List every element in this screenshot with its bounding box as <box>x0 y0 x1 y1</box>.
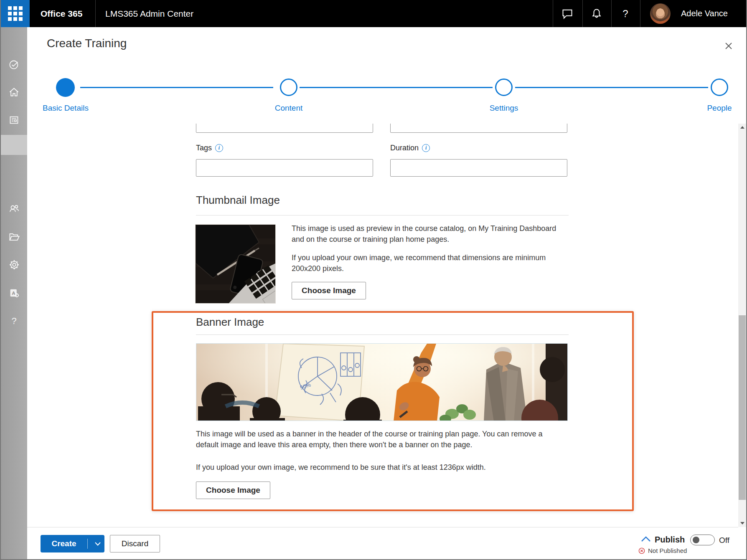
step-label-people[interactable]: People <box>682 104 747 113</box>
notifications-button[interactable] <box>583 0 610 27</box>
arrow-up-icon <box>740 126 744 129</box>
section-divider <box>196 334 569 335</box>
circle-x-icon <box>638 547 645 554</box>
tags-label: Tags <box>196 144 212 152</box>
chevron-down-icon <box>95 542 101 546</box>
thumbnail-image-preview <box>195 224 276 304</box>
news-document-icon <box>8 114 20 126</box>
banner-description-1: This image will be used as a banner in t… <box>196 428 565 450</box>
discard-button[interactable]: Discard <box>110 535 160 552</box>
duration-label: Duration <box>390 144 419 152</box>
scrollbar-thumb[interactable] <box>739 315 746 500</box>
publish-expand-button[interactable] <box>641 536 651 544</box>
step-circle-basic-details[interactable] <box>56 78 75 97</box>
stepper-connector <box>515 87 708 88</box>
thumbnail-description-1: This image is used as preview in the cou… <box>292 223 569 245</box>
office-365-label[interactable]: Office 365 <box>41 0 82 27</box>
banner-meeting-photo: 50% <box>196 344 568 421</box>
arrow-down-icon <box>740 522 744 525</box>
lms365-admin-window: { "topbar": { "office_label": "Office 36… <box>0 0 747 560</box>
page-title: Create Training <box>47 37 127 50</box>
stepper-connector <box>80 87 273 88</box>
step-label-basic-details[interactable]: Basic Details <box>28 104 103 113</box>
sidebar-nav: A ? <box>1 27 27 559</box>
gear-icon <box>8 259 20 271</box>
admin-a-gear-icon: A <box>8 287 20 299</box>
bell-icon <box>591 8 602 20</box>
publish-status: Not Published <box>638 547 687 554</box>
step-circle-content[interactable] <box>280 79 297 96</box>
split-button-divider <box>87 539 88 549</box>
tags-input[interactable] <box>196 159 373 177</box>
question-mark-icon: ? <box>11 316 16 327</box>
section-divider <box>196 215 569 215</box>
create-menu-button[interactable] <box>91 535 104 552</box>
help-button[interactable]: ? <box>612 0 639 27</box>
top-bar: Office 365 LMS365 Admin Center ? Adele V… <box>0 0 747 27</box>
sidebar-item-settings[interactable] <box>1 255 27 275</box>
sidebar-item-people[interactable] <box>1 198 27 218</box>
svg-text:A: A <box>12 290 15 296</box>
chevron-up-icon <box>641 536 651 542</box>
step-circle-settings[interactable] <box>495 79 513 96</box>
create-button-label: Create <box>41 535 87 552</box>
form-scroll-region: Tags i Duration i Thumbnail Image <box>27 124 738 527</box>
sidebar-item-home[interactable] <box>1 82 27 102</box>
info-icon[interactable]: i <box>422 144 430 152</box>
step-circle-people[interactable] <box>711 79 728 96</box>
user-avatar[interactable] <box>650 3 671 24</box>
publish-toggle-state: Off <box>719 536 729 545</box>
check-circle-icon <box>8 59 20 70</box>
duration-input[interactable] <box>390 159 567 177</box>
chat-icon <box>562 8 573 20</box>
thumbnail-desk-photo <box>196 225 276 304</box>
step-label-settings[interactable]: Settings <box>466 104 541 113</box>
topbar-divider <box>553 0 553 27</box>
topbar-divider <box>611 0 612 27</box>
sidebar-item-course-catalog[interactable] <box>1 110 27 130</box>
banner-section-heading: Banner Image <box>196 316 264 329</box>
sidebar-item-files[interactable] <box>1 227 27 247</box>
clipped-field-left[interactable] <box>196 124 373 133</box>
thumbnail-section-heading: Thumbnail Image <box>196 194 280 207</box>
info-icon[interactable]: i <box>215 144 223 152</box>
scroll-down-button[interactable] <box>738 519 746 527</box>
banner-description-2: If you upload your own image, we recomme… <box>196 462 565 473</box>
close-icon <box>724 41 734 51</box>
waffle-icon <box>8 6 23 21</box>
toggle-knob <box>693 537 699 543</box>
sidebar-item-help[interactable]: ? <box>1 311 27 331</box>
publish-toggle[interactable] <box>690 535 715 545</box>
clipped-field-right[interactable] <box>390 124 567 133</box>
admin-center-title: LMS365 Admin Center <box>105 0 193 27</box>
window-border <box>0 0 1 560</box>
feedback-button[interactable] <box>554 0 581 27</box>
folder-open-icon <box>8 231 20 243</box>
vertical-scrollbar[interactable] <box>738 124 746 527</box>
publish-label[interactable]: Publish <box>655 535 685 545</box>
app-launcher-button[interactable] <box>1 0 30 27</box>
sidebar-item-admin[interactable]: A <box>1 283 27 303</box>
tags-label-row: Tags i <box>196 144 223 152</box>
step-label-content[interactable]: Content <box>251 104 326 113</box>
create-button[interactable]: Create <box>41 535 104 552</box>
user-name[interactable]: Adele Vance <box>681 0 728 27</box>
topbar-divider <box>582 0 583 27</box>
people-icon <box>8 203 20 214</box>
banner-choose-image-button[interactable]: Choose Image <box>196 481 270 499</box>
home-icon <box>8 86 20 98</box>
question-mark-icon: ? <box>622 8 628 20</box>
thumbnail-choose-image-button[interactable]: Choose Image <box>292 282 366 299</box>
sidebar-item-active[interactable] <box>1 135 27 155</box>
topbar-divider <box>95 0 96 27</box>
publish-status-text: Not Published <box>648 547 687 554</box>
close-button[interactable] <box>721 38 736 53</box>
duration-label-row: Duration i <box>390 144 430 152</box>
topbar-divider <box>640 0 640 27</box>
sidebar-item-tasks[interactable] <box>1 54 27 74</box>
thumbnail-description-2: If you upload your own image, we recomme… <box>292 252 569 274</box>
scroll-up-button[interactable] <box>738 124 746 131</box>
stepper-connector <box>300 87 493 88</box>
banner-image-preview: 50% <box>196 343 568 421</box>
footer-divider <box>27 527 738 527</box>
